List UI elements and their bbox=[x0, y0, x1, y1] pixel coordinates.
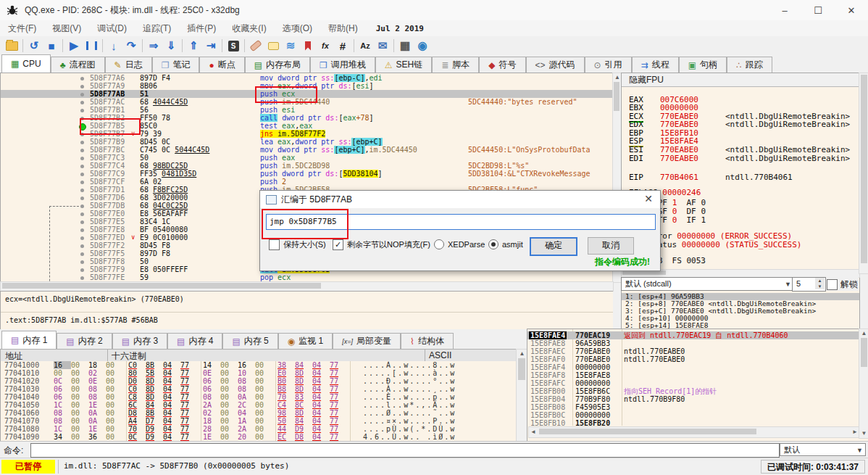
menu-item-5[interactable]: 收藏夹(I) bbox=[224, 21, 274, 36]
disasm-row-5D8F77BC[interactable]: 5D8F77BCC745 0C 5044C45Dmov dword ptr ss… bbox=[1, 146, 612, 154]
stack-row-15E8FB04[interactable]: 15E8FB04770B9F80ntdll.770B9F80 bbox=[527, 395, 859, 403]
tab-监视 1[interactable]: ◉监视 1 bbox=[278, 333, 333, 349]
preferences-font-icon[interactable]: Az bbox=[356, 38, 374, 54]
open-file-icon[interactable] bbox=[3, 38, 20, 54]
stack-vscrollbar[interactable]: ▲ ▼ bbox=[859, 329, 868, 439]
register-row-EDX[interactable]: EDX770EABE0<ntdll.DbgUiRemoteBreakin> bbox=[622, 120, 858, 129]
tab-内存 4[interactable]: ▤内存 4 bbox=[167, 333, 222, 349]
tab-断点[interactable]: ●断点 bbox=[199, 57, 244, 73]
stack-row-15E8FAE4[interactable]: 15E8FAE4770EAC19返回到 ntdll.770EAC19 自 ntd… bbox=[527, 331, 859, 339]
dump-row-77041030[interactable]: 7704103006000800C08D047706000800B88D0477… bbox=[1, 385, 517, 393]
asmjit-radio[interactable] bbox=[488, 239, 498, 249]
dump-row-77041050[interactable]: 770410501C001E006C8404772A002C00C48C0477… bbox=[1, 401, 517, 409]
pause-icon[interactable] bbox=[83, 38, 100, 54]
dump-row-77041000[interactable]: 7704100016001800C08B04771400160038840477… bbox=[1, 361, 517, 369]
calling-convention-select[interactable]: 默认 (stdcall)▼ bbox=[621, 277, 794, 291]
cancel-button[interactable]: 取消 bbox=[588, 237, 634, 255]
unlock-checkbox[interactable] bbox=[827, 279, 838, 290]
tab-SEH链[interactable]: ⚠SEH链 bbox=[375, 57, 432, 73]
stack-row-15E8FB08[interactable]: 15E8FB08F45905E3 bbox=[527, 403, 859, 411]
tab-符号[interactable]: ◆符号 bbox=[479, 57, 525, 73]
run-to-user-code-icon[interactable]: ⇥ bbox=[202, 38, 220, 54]
close-button[interactable]: ✕ bbox=[835, 0, 868, 20]
register-row-EIP[interactable]: EIP770B4061ntdll.770B4061 bbox=[622, 173, 858, 182]
patch-icon[interactable] bbox=[247, 38, 264, 54]
report-bug-icon[interactable]: ✉ bbox=[374, 38, 391, 54]
comment-icon[interactable] bbox=[264, 38, 282, 54]
dump-row-77041060[interactable]: 7704106008000A00D88B047702000400988D0477… bbox=[1, 409, 517, 417]
arg-count-spinner[interactable]: 5▲▼ bbox=[792, 277, 826, 292]
run-icon[interactable]: ▶ bbox=[65, 38, 83, 54]
tab-结构体[interactable]: ⌇结构体 bbox=[401, 333, 454, 349]
tab-源代码[interactable]: <>源代码 bbox=[526, 57, 585, 73]
stack-hscrollbar[interactable]: ◄ ► bbox=[528, 426, 860, 438]
minimize-button[interactable]: – bbox=[768, 0, 801, 20]
disasm-row-5D8F77CF[interactable]: 5D8F77CF6A 02push 2 bbox=[1, 178, 612, 186]
scylla-icon[interactable]: S bbox=[225, 38, 242, 54]
registers-vscrollbar[interactable] bbox=[859, 73, 868, 274]
command-input[interactable] bbox=[30, 443, 780, 458]
stack-row-15E8FAF4[interactable]: 15E8FAF400000000 bbox=[527, 363, 859, 371]
spinner-arrows-icon[interactable]: ▲▼ bbox=[815, 278, 825, 289]
call-arguments-list[interactable]: 1: [esp+4] 96A59BB32: [esp+8] 770EABE0 <… bbox=[621, 292, 860, 329]
stack-row-15E8FAEC[interactable]: 15E8FAEC770EABE0ntdll.770EABE0 bbox=[527, 347, 859, 355]
dump-row-77041010[interactable]: 7704101000000200805B04770E001000E08D0477… bbox=[1, 369, 517, 377]
disasm-row-5D8F77C3[interactable]: 5D8F77C350push eax bbox=[1, 154, 612, 162]
calculator-icon[interactable]: ▦ bbox=[396, 38, 414, 54]
stack-row-15E8FB00[interactable]: 15E8FB0015E8FB6C指向SEH_Record[1]的指针 bbox=[527, 387, 859, 395]
stack-row-15E8FAF0[interactable]: 15E8FAF0770EABE0ntdll.770EABE0 bbox=[527, 355, 859, 363]
dump-row-77041020[interactable]: 770410200C000E00D08D047706000800B08D0477… bbox=[1, 377, 517, 385]
stack-row-15E8FB0C[interactable]: 15E8FB0C00000000 bbox=[527, 411, 859, 419]
restart-icon[interactable]: ↺ bbox=[25, 38, 43, 54]
disasm-row-5D8F77C9[interactable]: 5D8F77C9FF35 0481D35Dpush dword ptr ds:[… bbox=[1, 170, 612, 178]
run-to-selection-icon[interactable]: ⇒ bbox=[145, 38, 162, 54]
dump-row-77041070[interactable]: 7704107008000A00A4D7047718001A0050840477… bbox=[1, 417, 517, 425]
xedparse-radio[interactable] bbox=[434, 239, 444, 249]
stack-row-15E8FAF8[interactable]: 15E8FAF815E8FAE8 bbox=[527, 371, 859, 379]
tab-内存 1[interactable]: ▤内存 1 bbox=[1, 331, 57, 350]
tab-引用[interactable]: ⊙引用 bbox=[585, 57, 632, 73]
tab-流程图[interactable]: ♣流程图 bbox=[51, 57, 105, 73]
tab-句柄[interactable]: ▣句柄 bbox=[679, 57, 727, 73]
label-icon[interactable]: ≋ bbox=[282, 38, 299, 54]
tab-日志[interactable]: ✎日志 bbox=[105, 57, 152, 73]
disasm-row-5D8F77C4[interactable]: 5D8F77C468 98BDC25Dpush im.5DC2BD985DC2B… bbox=[1, 162, 612, 170]
dump-row-77041090[interactable]: 77041090340036000CD904771E002000ECD80477… bbox=[1, 433, 517, 441]
tab-CPU[interactable]: ▦CPU bbox=[1, 54, 51, 73]
tab-跟踪[interactable]: ∴跟踪 bbox=[727, 57, 772, 73]
keep-size-checkbox[interactable] bbox=[269, 239, 280, 250]
register-row-EDI[interactable]: EDI770EABE0<ntdll.DbgUiRemoteBreakin> bbox=[622, 154, 858, 163]
asmjit-option[interactable]: asmjit bbox=[488, 239, 523, 249]
menu-item-7[interactable]: 帮助(H) bbox=[320, 21, 366, 36]
menu-item-4[interactable]: 插件(P) bbox=[179, 21, 224, 36]
stop-icon[interactable]: ■ bbox=[43, 38, 60, 54]
stack-row-15E8FAFC[interactable]: 15E8FAFC00000000 bbox=[527, 379, 859, 387]
menu-item-6[interactable]: 选项(O) bbox=[275, 21, 320, 36]
disasm-row-5D8F77B1[interactable]: 5D8F77B156push esi bbox=[1, 106, 612, 114]
step-down-icon[interactable]: ⇓ bbox=[162, 38, 180, 54]
website-icon[interactable]: ◉ bbox=[414, 38, 431, 54]
nop-fill-checkbox[interactable]: ✓ bbox=[333, 239, 343, 250]
function-icon[interactable]: fx bbox=[317, 38, 334, 54]
dump-row-77041080[interactable]: 770410801C001E0070D9047728002A0044D90477… bbox=[1, 425, 517, 433]
dialog-close-icon[interactable]: ✕ bbox=[644, 193, 653, 205]
disasm-row-5D8F77A6[interactable]: 5D8F77A6897D F4mov dword ptr ss:[ebp-C],… bbox=[1, 74, 612, 82]
ok-button[interactable]: 确定 bbox=[530, 237, 577, 256]
step-over-icon[interactable]: ↷ bbox=[122, 38, 140, 54]
command-profile-select[interactable]: 默认▼ bbox=[780, 443, 866, 456]
tab-调用堆栈[interactable]: ❒调用堆栈 bbox=[310, 57, 375, 73]
dump-row-77041040[interactable]: 7704104006000800C88D047708000A0070830477… bbox=[1, 393, 517, 401]
tab-线程[interactable]: ⇉线程 bbox=[632, 57, 679, 73]
stack-view[interactable]: 15E8FAE4770EAC19返回到 ntdll.770EAC19 自 ntd… bbox=[527, 329, 868, 442]
disasm-row-5D8F77B9[interactable]: 5D8F77B98D45 0Clea eax,dword ptr ss:[ebp… bbox=[1, 138, 612, 146]
memory-dump[interactable]: 7704100016001800C08B04771400160038840477… bbox=[0, 361, 517, 441]
tab-脚本[interactable]: ≣脚本 bbox=[432, 57, 479, 73]
hide-fpu-button[interactable]: 隐藏FPU bbox=[622, 73, 865, 87]
menu-item-0[interactable]: 文件(F) bbox=[0, 21, 44, 36]
dialog-title-bar[interactable]: 汇编于 5D8F77AB ✕ bbox=[260, 191, 660, 208]
nop-fill-option[interactable]: ✓ 剩余字节以NOP填充(F) bbox=[333, 239, 430, 250]
disasm-row-5D8F77FE[interactable]: 5D8F77FE59pop ecx bbox=[1, 273, 612, 281]
menu-item-2[interactable]: 调试(D) bbox=[89, 21, 135, 36]
tab-笔记[interactable]: ❐笔记 bbox=[152, 57, 200, 73]
xedparse-option[interactable]: XEDParse bbox=[434, 239, 485, 249]
